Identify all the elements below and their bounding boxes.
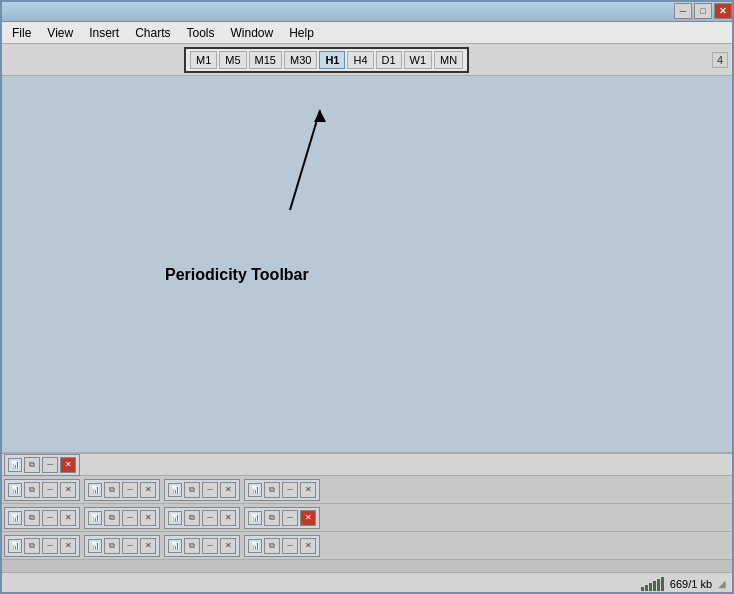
win-restore[interactable]: ⧉ xyxy=(104,538,120,554)
win-icon: 📊 xyxy=(248,511,262,525)
menu-window[interactable]: Window xyxy=(223,24,282,42)
window-row-3: 📊 ⧉ ─ ✕ 📊 ⧉ ─ ✕ 📊 ⧉ ─ ✕ 📊 ⧉ ─ ✕ xyxy=(0,532,734,560)
memory-bars-icon xyxy=(641,577,664,591)
bar-seg-5 xyxy=(657,579,660,591)
win-minimize[interactable]: ─ xyxy=(202,510,218,526)
period-M5[interactable]: M5 xyxy=(219,51,246,69)
win-minimize[interactable]: ─ xyxy=(122,510,138,526)
minimize-button[interactable]: ─ xyxy=(674,3,692,19)
bar-seg-2 xyxy=(645,585,648,591)
menu-charts[interactable]: Charts xyxy=(127,24,178,42)
win-restore[interactable]: ⧉ xyxy=(24,457,40,473)
win-minimize[interactable]: ─ xyxy=(42,510,58,526)
win-minimize[interactable]: ─ xyxy=(122,482,138,498)
win-close[interactable]: ✕ xyxy=(300,538,316,554)
win-close[interactable]: ✕ xyxy=(60,482,76,498)
win-restore[interactable]: ⧉ xyxy=(264,482,280,498)
win-restore[interactable]: ⧉ xyxy=(264,538,280,554)
menu-file[interactable]: File xyxy=(4,24,39,42)
win-restore[interactable]: ⧉ xyxy=(104,510,120,526)
win-minimize[interactable]: ─ xyxy=(202,538,218,554)
win-icon: 📊 xyxy=(8,483,22,497)
win-close[interactable]: ✕ xyxy=(140,510,156,526)
win-group-0-0: 📊 ⧉ ─ ✕ xyxy=(4,454,80,476)
win-group-1-0: 📊 ⧉ ─ ✕ xyxy=(4,479,80,501)
win-minimize[interactable]: ─ xyxy=(282,538,298,554)
menu-tools[interactable]: Tools xyxy=(179,24,223,42)
menu-insert[interactable]: Insert xyxy=(81,24,127,42)
menu-bar: File View Insert Charts Tools Window Hel… xyxy=(0,22,734,44)
bar-seg-3 xyxy=(649,583,652,591)
win-minimize[interactable]: ─ xyxy=(42,457,58,473)
win-close[interactable]: ✕ xyxy=(60,510,76,526)
win-restore[interactable]: ⧉ xyxy=(24,538,40,554)
period-M30[interactable]: M30 xyxy=(284,51,317,69)
periodicity-toolbar: M1 M5 M15 M30 H1 H4 D1 W1 MN xyxy=(184,47,469,73)
main-content: Periodicity Toolbar xyxy=(0,76,734,474)
win-icon: 📊 xyxy=(248,483,262,497)
period-M1[interactable]: M1 xyxy=(190,51,217,69)
win-restore[interactable]: ⧉ xyxy=(184,510,200,526)
period-D1[interactable]: D1 xyxy=(376,51,402,69)
win-group-3-1: 📊 ⧉ ─ ✕ xyxy=(84,535,160,557)
win-group-3-3: 📊 ⧉ ─ ✕ xyxy=(244,535,320,557)
svg-line-0 xyxy=(290,110,320,210)
win-icon: 📊 xyxy=(88,539,102,553)
maximize-button[interactable]: □ xyxy=(694,3,712,19)
win-restore[interactable]: ⧉ xyxy=(24,482,40,498)
win-group-1-1: 📊 ⧉ ─ ✕ xyxy=(84,479,160,501)
win-close[interactable]: ✕ xyxy=(220,482,236,498)
win-restore[interactable]: ⧉ xyxy=(104,482,120,498)
win-close[interactable]: ✕ xyxy=(220,538,236,554)
win-minimize[interactable]: ─ xyxy=(42,482,58,498)
period-W1[interactable]: W1 xyxy=(404,51,433,69)
win-icon: 📊 xyxy=(8,511,22,525)
win-minimize[interactable]: ─ xyxy=(282,510,298,526)
win-minimize[interactable]: ─ xyxy=(202,482,218,498)
win-group-2-2: 📊 ⧉ ─ ✕ xyxy=(164,507,240,529)
win-restore[interactable]: ⧉ xyxy=(24,510,40,526)
win-restore[interactable]: ⧉ xyxy=(184,538,200,554)
arrow-annotation xyxy=(0,76,734,474)
title-bar-buttons: ─ □ ✕ xyxy=(674,3,732,19)
win-group-2-3: 📊 ⧉ ─ ✕ xyxy=(244,507,320,529)
win-icon: 📊 xyxy=(8,458,22,472)
win-close[interactable]: ✕ xyxy=(140,538,156,554)
resize-icon: ◢ xyxy=(718,578,726,589)
win-restore[interactable]: ⧉ xyxy=(264,510,280,526)
win-close[interactable]: ✕ xyxy=(60,457,76,473)
close-button[interactable]: ✕ xyxy=(714,3,732,19)
win-close[interactable]: ✕ xyxy=(140,482,156,498)
win-group-1-3: 📊 ⧉ ─ ✕ xyxy=(244,479,320,501)
win-group-3-2: 📊 ⧉ ─ ✕ xyxy=(164,535,240,557)
win-minimize[interactable]: ─ xyxy=(42,538,58,554)
win-group-2-0: 📊 ⧉ ─ ✕ xyxy=(4,507,80,529)
scroll-number: 4 xyxy=(712,52,728,68)
win-restore[interactable]: ⧉ xyxy=(184,482,200,498)
annotation-label: Periodicity Toolbar xyxy=(165,266,309,284)
win-icon: 📊 xyxy=(168,483,182,497)
bar-seg-6 xyxy=(661,577,664,591)
win-icon: 📊 xyxy=(168,539,182,553)
win-close[interactable]: ✕ xyxy=(220,510,236,526)
win-close-active[interactable]: ✕ xyxy=(300,510,316,526)
title-bar: ─ □ ✕ xyxy=(0,0,734,22)
win-close[interactable]: ✕ xyxy=(300,482,316,498)
menu-help[interactable]: Help xyxy=(281,24,322,42)
win-group-3-0: 📊 ⧉ ─ ✕ xyxy=(4,535,80,557)
win-group-2-1: 📊 ⧉ ─ ✕ xyxy=(84,507,160,529)
menu-view[interactable]: View xyxy=(39,24,81,42)
win-group-1-2: 📊 ⧉ ─ ✕ xyxy=(164,479,240,501)
window-row-0: 📊 ⧉ ─ ✕ xyxy=(0,454,734,476)
period-M15[interactable]: M15 xyxy=(249,51,282,69)
period-H1[interactable]: H1 xyxy=(319,51,345,69)
win-minimize[interactable]: ─ xyxy=(122,538,138,554)
win-icon: 📊 xyxy=(168,511,182,525)
win-minimize[interactable]: ─ xyxy=(282,482,298,498)
bar-seg-1 xyxy=(641,587,644,591)
win-close[interactable]: ✕ xyxy=(60,538,76,554)
period-MN[interactable]: MN xyxy=(434,51,463,69)
status-bar: 669/1 kb ◢ xyxy=(0,572,734,594)
period-H4[interactable]: H4 xyxy=(347,51,373,69)
win-icon: 📊 xyxy=(88,511,102,525)
